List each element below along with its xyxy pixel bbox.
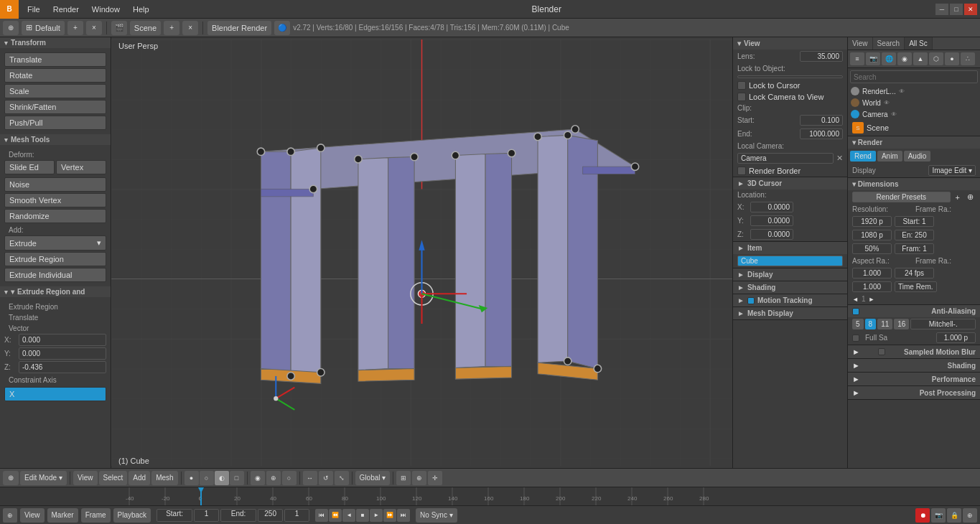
display-value[interactable]: Image Edit ▾	[928, 165, 976, 176]
3d-viewport[interactable]: User Persp	[111, 37, 732, 468]
manipulator-icon[interactable]: ✛	[428, 471, 442, 485]
start-value[interactable]: 0.100	[800, 115, 843, 126]
minimize-button[interactable]: ─	[935, 4, 948, 15]
scale-btn[interactable]: Scale	[4, 84, 106, 98]
render-tab-anim[interactable]: Anim	[877, 151, 902, 162]
aa-filter-value[interactable]: Mitchell-.	[910, 319, 976, 329]
scene-dropdown[interactable]: Scene	[130, 21, 161, 35]
fr-icon-render[interactable]: 📷	[866, 52, 880, 65]
sampled-motion-checkbox[interactable]	[878, 348, 885, 355]
eye-icon-camera[interactable]: 👁	[891, 111, 897, 118]
scene-add-btn[interactable]: +	[164, 21, 179, 35]
menu-file[interactable]: File	[22, 0, 46, 18]
outliner-item-renderlayer[interactable]: RenderL... 👁	[848, 85, 980, 97]
aa-btn-8[interactable]: 8	[865, 319, 877, 329]
next-keyframe-btn[interactable]: ⏩	[383, 509, 396, 522]
shading-texture-btn[interactable]: □	[230, 471, 244, 485]
outliner-search[interactable]	[850, 70, 978, 83]
aa-btn-16[interactable]: 16	[894, 319, 909, 329]
fr-icon-mesh[interactable]: ⬡	[929, 52, 943, 65]
overlay-icon[interactable]: ⊕	[412, 471, 426, 485]
shading-wire-btn[interactable]: ○	[200, 471, 214, 485]
extrude-dropdown[interactable]: Extrude	[4, 235, 106, 251]
status-playback-btn[interactable]: Playback	[113, 508, 151, 523]
fr-tab-all[interactable]: All Sc	[905, 37, 933, 50]
fr-tab-view[interactable]: View	[848, 37, 873, 50]
fr-icon-world[interactable]: ◉	[897, 52, 912, 65]
end-frame-field[interactable]: End:	[220, 509, 256, 522]
outliner-item-world[interactable]: World 👁	[848, 97, 980, 108]
motion-tracking-checkbox[interactable]	[747, 297, 755, 304]
x-axis-btn[interactable]: X	[4, 387, 106, 401]
lens-value[interactable]: 35.000	[800, 51, 843, 62]
rotate-btn[interactable]: Rotate	[4, 68, 106, 83]
fr-icon-scene[interactable]: 🌐	[882, 52, 896, 65]
eye-icon-world[interactable]: 👁	[884, 100, 890, 106]
fr-icon-mat[interactable]: ●	[945, 52, 959, 65]
render-status-btn[interactable]: ⊕	[963, 508, 977, 523]
menu-window[interactable]: Window	[86, 0, 126, 18]
render-border-checkbox[interactable]	[737, 167, 746, 175]
scene-icon-btn[interactable]: 🎬	[111, 21, 127, 35]
stop-btn[interactable]: ■	[356, 509, 369, 522]
outliner-item-camera[interactable]: Camera 👁	[848, 108, 980, 120]
percent-value[interactable]: 50%	[852, 243, 892, 254]
play-btn[interactable]: ►	[370, 509, 383, 522]
presets-add-btn[interactable]: +	[953, 193, 962, 202]
full-sa-checkbox[interactable]	[852, 334, 859, 342]
noise-btn[interactable]: Noise	[4, 177, 106, 192]
end-value[interactable]: 1000.000	[800, 128, 843, 139]
maximize-button[interactable]: □	[950, 4, 963, 15]
aa-btn-5[interactable]: 5	[852, 319, 864, 329]
aa-btn-11[interactable]: 11	[877, 319, 892, 329]
camera-field[interactable]: Camera	[737, 153, 834, 164]
render-tab-audio[interactable]: Audio	[904, 151, 931, 162]
header-icon-btn-1[interactable]: ⊕	[3, 21, 19, 35]
aspect-x-value[interactable]: 1.000	[852, 268, 892, 279]
cursor-x-value[interactable]: 0.0000	[750, 202, 793, 212]
viewport-type-btn[interactable]: ⊕	[3, 471, 19, 485]
fr-icon-particle[interactable]: ∴	[961, 52, 975, 65]
layout-remove-btn[interactable]: ×	[86, 21, 102, 35]
translate-btn[interactable]: Translate	[4, 52, 106, 67]
cursor-y-value[interactable]: 0.0000	[750, 215, 793, 226]
current-frame-val[interactable]: 1	[284, 509, 309, 522]
start-val[interactable]: Start: 1	[895, 216, 934, 227]
fr-tab-search[interactable]: Search	[873, 37, 905, 50]
view-menu[interactable]: View	[73, 471, 98, 485]
render-engine-dropdown[interactable]: Blender Render	[207, 21, 271, 35]
cursor-z-value[interactable]: 0.0000	[750, 229, 793, 240]
menu-render[interactable]: Render	[47, 0, 85, 18]
eye-icon-renderlayer[interactable]: 👁	[899, 88, 905, 95]
close-button[interactable]: ✕	[964, 4, 977, 15]
pivot-dropdown[interactable]: Global ▾	[355, 471, 391, 485]
fr-icon-obj[interactable]: ▲	[913, 52, 928, 65]
push-pull-btn[interactable]: Push/Pull	[4, 116, 106, 130]
scale-icon-tb[interactable]: ⤡	[335, 471, 349, 485]
randomize-btn[interactable]: Randomize	[4, 209, 106, 223]
layout-dropdown[interactable]: ⊞ Default	[22, 21, 65, 35]
jump-end-btn[interactable]: ⏭	[397, 509, 410, 522]
prev-keyframe-btn[interactable]: ⏪	[329, 509, 342, 522]
aspect-y-value[interactable]: 1.000	[852, 281, 892, 292]
rotate-icon-tb[interactable]: ↺	[319, 471, 333, 485]
pivot-icon[interactable]: ◉	[251, 471, 265, 485]
mesh-menu[interactable]: Mesh	[151, 471, 177, 485]
select-menu[interactable]: Select	[99, 471, 128, 485]
y-field[interactable]: 0.000	[19, 347, 106, 360]
x-field[interactable]: 0.000	[19, 334, 106, 346]
layers-icon[interactable]: ⊞	[396, 471, 411, 485]
z-field[interactable]: -0.436	[19, 361, 106, 373]
extrude-region-btn[interactable]: Extrude Region	[4, 252, 106, 266]
res-x-value[interactable]: 1920 p	[852, 216, 892, 227]
play-back-btn[interactable]: ◄	[342, 509, 355, 522]
end-frame-val[interactable]: 250	[258, 509, 283, 522]
fr-icon-outliner[interactable]: ≡	[850, 52, 864, 65]
shrink-fatten-btn[interactable]: Shrink/Fatten	[4, 100, 106, 114]
res-y-value[interactable]: 1080 p	[852, 230, 892, 240]
status-frame-btn[interactable]: Frame	[81, 508, 111, 523]
scene-remove-btn[interactable]: ×	[182, 21, 198, 35]
vertex-btn[interactable]: Vertex	[56, 160, 106, 174]
jump-start-btn[interactable]: ⏮	[315, 509, 328, 522]
slide-edge-btn[interactable]: Slide Ed	[4, 160, 55, 174]
